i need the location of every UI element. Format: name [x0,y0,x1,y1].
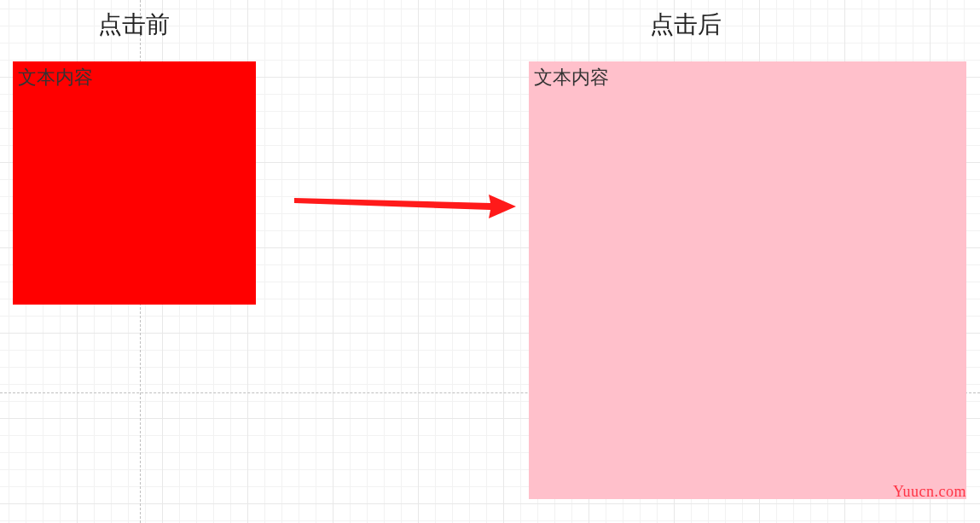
box-before-text: 文本内容 [18,67,93,88]
box-before-click[interactable]: 文本内容 [13,61,256,305]
label-after-click: 点击后 [650,9,722,41]
svg-marker-0 [294,195,516,218]
arrow-icon [294,186,516,227]
box-after-click[interactable]: 文本内容 [529,61,966,499]
watermark: Yuucn.com [893,483,966,501]
box-after-text: 文本内容 [534,67,609,88]
label-before-click: 点击前 [98,9,170,41]
